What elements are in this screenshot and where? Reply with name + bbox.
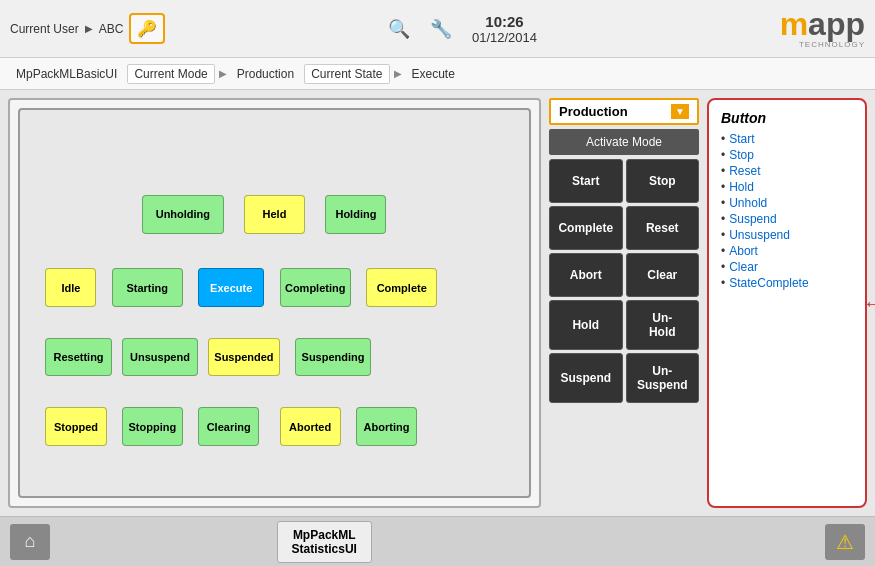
state-idle: Idle [45,268,96,307]
state-suspended: Suspended [208,338,279,377]
bullet-icon: • [721,196,725,210]
user-arrow: ▶ [85,23,93,34]
bullet-icon: • [721,164,725,178]
breadcrumb-arrow2: ▶ [394,68,402,79]
key-icon[interactable]: 🔑 [129,13,165,44]
state-execute: Execute [198,268,264,307]
legend-item-clear: •Clear [721,260,853,274]
home-button[interactable]: ⌂ [10,524,50,560]
bullet-icon: • [721,228,725,242]
user-label: Current User [10,22,79,36]
bullet-icon: • [721,276,725,290]
search-icon[interactable]: 🔍 [388,18,410,40]
legend-item-start: •Start [721,132,853,146]
legend-item-statecomplete: •StateComplete [721,276,853,290]
state-complete: Complete [366,268,437,307]
mode-dropdown-icon[interactable]: ▼ [671,104,689,119]
ctrl-btn-stop[interactable]: Stop [626,159,700,203]
state-machine: UnholdingHeldHoldingIdleStartingExecuteC… [8,98,541,508]
ctrl-btn-suspend[interactable]: Suspend [549,353,623,403]
state-aborted: Aborted [280,407,341,446]
stats-label: MpPackMLStatisticsUI [292,528,357,556]
state-resetting: Resetting [45,338,111,377]
ctrl-btn-start[interactable]: Start [549,159,623,203]
state-stopping: Stopping [122,407,183,446]
breadcrumb-bar: MpPackMLBasicUI Current Mode ▶ Productio… [0,58,875,90]
state-holding: Holding [325,195,386,234]
state-stopped: Stopped [45,407,106,446]
breadcrumb-arrow1: ▶ [219,68,227,79]
legend-item-hold: •Hold [721,180,853,194]
legend-item-stop: •Stop [721,148,853,162]
user-value: ABC [99,22,124,36]
legend-item-reset: •Reset [721,164,853,178]
bullet-icon: • [721,212,725,226]
ctrl-btn-reset[interactable]: Reset [626,206,700,250]
bullet-icon: • [721,244,725,258]
user-section: Current User ▶ ABC 🔑 [10,13,165,44]
state-unsuspend: Unsuspend [122,338,198,377]
legend-items: •Start•Stop•Reset•Hold•Unhold•Suspend•Un… [721,132,853,290]
legend-item-abort: •Abort [721,244,853,258]
state-aborting: Aborting [356,407,417,446]
legend-item-unsuspend: •Unsuspend [721,228,853,242]
legend-item-suspend: •Suspend [721,212,853,226]
time-block: 10:26 01/12/2014 [472,13,537,45]
ctrl-btn-clear[interactable]: Clear [626,253,700,297]
state-clearing: Clearing [198,407,259,446]
state-unholding: Unholding [142,195,223,234]
date-value: 01/12/2014 [472,30,537,45]
ctrl-btn-unsuspend[interactable]: Un- Suspend [626,353,700,403]
control-panel: Production ▼ Activate Mode StartStopComp… [549,98,699,508]
bullet-icon: • [721,260,725,274]
bullet-icon: • [721,180,725,194]
mode-label: Production [559,104,628,119]
time-value: 10:26 [472,13,537,30]
sm-inner: UnholdingHeldHoldingIdleStartingExecuteC… [18,108,531,498]
legend-title: Button [721,110,853,126]
bullet-icon: • [721,148,725,162]
breadcrumb-mode-value: Production [231,65,300,83]
settings-icon[interactable]: 🔧 [430,18,452,40]
ctrl-btn-hold[interactable]: Hold [549,300,623,350]
state-held: Held [244,195,305,234]
legend-arrow: ← [863,292,875,315]
legend-panel: Button •Start•Stop•Reset•Hold•Unhold•Sus… [707,98,867,508]
logo: mapp [780,8,865,40]
top-bar: Current User ▶ ABC 🔑 🔍 🔧 10:26 01/12/201… [0,0,875,58]
state-suspending: Suspending [295,338,371,377]
warning-button[interactable]: ⚠ [825,524,865,560]
state-starting: Starting [112,268,183,307]
logo-m: m [780,6,808,42]
bottom-bar: ⌂ MpPackMLStatisticsUI ⚠ [0,516,875,566]
button-grid: StartStopCompleteResetAbortClearHoldUn- … [549,159,699,403]
main-area: UnholdingHeldHoldingIdleStartingExecuteC… [0,90,875,516]
logo-tech: TECHNOLOGY [799,40,865,49]
breadcrumb-state-value: Execute [406,65,461,83]
ctrl-btn-abort[interactable]: Abort [549,253,623,297]
legend-item-unhold: •Unhold [721,196,853,210]
logo-app: app [808,6,865,42]
bullet-icon: • [721,132,725,146]
breadcrumb-app: MpPackMLBasicUI [10,65,123,83]
activate-mode-button[interactable]: Activate Mode [549,129,699,155]
top-center: 🔍 🔧 10:26 01/12/2014 [388,13,537,45]
stats-button[interactable]: MpPackMLStatisticsUI [277,521,372,563]
ctrl-btn-unhold[interactable]: Un- Hold [626,300,700,350]
breadcrumb-state-label: Current State [304,64,389,84]
breadcrumb-mode-label: Current Mode [127,64,214,84]
ctrl-btn-complete[interactable]: Complete [549,206,623,250]
mode-selector[interactable]: Production ▼ [549,98,699,125]
logo-block: mapp TECHNOLOGY [780,8,865,49]
state-completing: Completing [280,268,351,307]
